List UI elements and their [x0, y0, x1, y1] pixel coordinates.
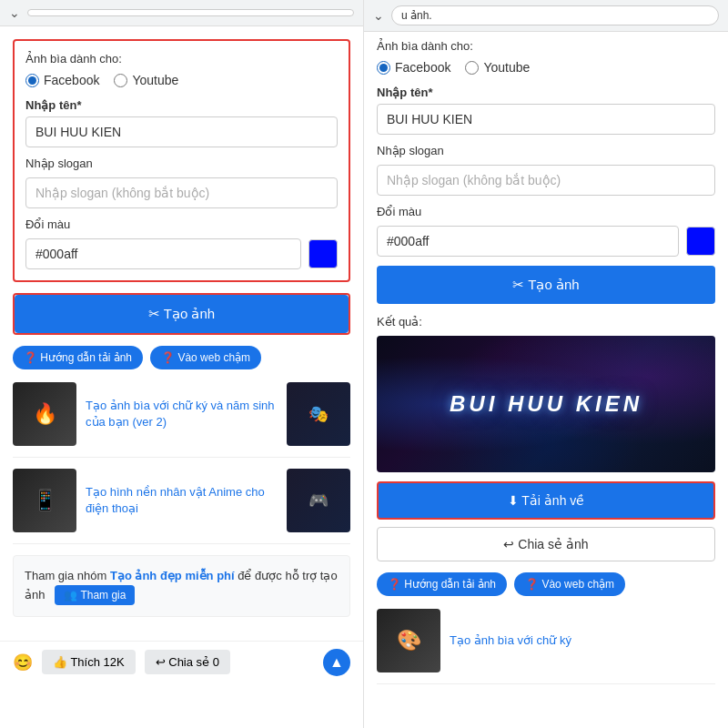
join-button[interactable]: 👥 Tham gia [55, 585, 135, 605]
helper-buttons-left: ❓ Hướng dẫn tải ảnh ❓ Vào web chậm [13, 346, 350, 369]
color-row-right [377, 226, 715, 257]
slogan-label-right: Nhập slogan [377, 144, 715, 157]
color-row-left [25, 238, 338, 269]
like-button[interactable]: 👍 Thích 12K [42, 650, 136, 674]
article-card-1: 🔥 Tạo ảnh bìa với chữ ký và năm sinh của… [13, 382, 350, 458]
result-image: BUI HUU KIEN [377, 336, 715, 472]
create-button-left[interactable]: ✂ Tạo ảnh [15, 295, 349, 333]
article-thumb-2: 📱 [13, 469, 76, 532]
guide-btn-left[interactable]: ❓ Hướng dẫn tải ảnh [13, 346, 143, 369]
section-label-right: Ảnh bìa dành cho: [377, 39, 715, 53]
radio-youtube-left[interactable]: Youtube [114, 73, 178, 87]
community-link[interactable]: Tạo ảnh đẹp miễn phí [110, 569, 235, 582]
browser-bar-left: ⌄ [0, 0, 363, 26]
slogan-input-right[interactable] [377, 165, 715, 196]
emoji-icon[interactable]: 😊 [13, 652, 33, 672]
article-title-1[interactable]: Tạo ảnh bìa với chữ ký và năm sinh của b… [86, 398, 278, 430]
create-button-right[interactable]: ✂ Tạo ảnh [377, 266, 715, 304]
slow-web-btn-left[interactable]: ❓ Vào web chậm [150, 346, 261, 369]
radio-youtube-right[interactable]: Youtube [465, 60, 530, 75]
community-box: Tham gia nhóm Tạo ảnh đẹp miễn phí để đư… [13, 555, 350, 617]
radio-label-youtube-left: Youtube [132, 73, 178, 87]
bottom-bar-left: 😊 👍 Thích 12K ↩ Chia sẻ 0 ▲ [0, 641, 363, 683]
name-label-left: Nhập tên* [25, 98, 338, 112]
name-input-left[interactable] [25, 116, 338, 147]
article-title-right[interactable]: Tạo ảnh bìa với chữ ký [450, 632, 571, 649]
form-box-left: Ảnh bìa dành cho: Facebook Youtube Nhập … [13, 39, 350, 282]
create-btn-box-left: ✂ Tạo ảnh [13, 293, 350, 335]
radio-facebook-left[interactable]: Facebook [25, 73, 99, 87]
share-image-button[interactable]: ↩ Chia sẻ ảnh [377, 527, 715, 561]
left-content: Ảnh bìa dành cho: Facebook Youtube Nhập … [0, 26, 363, 641]
guide-btn-right[interactable]: ❓ Hướng dẫn tải ảnh [377, 572, 507, 596]
radio-group-right: Facebook Youtube [377, 60, 715, 75]
name-label-right: Nhập tên* [377, 86, 715, 99]
color-swatch-right[interactable] [686, 227, 715, 256]
article-thumb-1: 🔥 [13, 382, 76, 446]
radio-label-youtube-right: Youtube [483, 60, 530, 75]
section-label-left: Ảnh bìa dành cho: [25, 52, 338, 66]
color-label-left: Đổi màu [25, 217, 338, 231]
radio-group-left: Facebook Youtube [25, 73, 338, 87]
radio-label-facebook-left: Facebook [44, 73, 99, 87]
result-label: Kết quả: [377, 315, 715, 329]
left-panel: ⌄ Ảnh bìa dành cho: Facebook Youtube Nhậ… [0, 0, 364, 728]
community-text1: Tham gia nhóm [25, 569, 110, 582]
article-thumb-right: 🎨 [377, 609, 440, 672]
article-card-2: 📱 Tạo hình nền nhân vật Anime cho điện t… [13, 469, 350, 544]
radio-label-facebook-right: Facebook [395, 60, 450, 75]
url-bar-left[interactable] [27, 9, 354, 16]
color-label-right: Đổi màu [377, 205, 715, 218]
article-thumb-2b: 🎮 [287, 469, 350, 532]
chevron-left-icon[interactable]: ⌄ [9, 5, 20, 20]
name-input-right[interactable] [377, 104, 715, 135]
helper-buttons-right: ❓ Hướng dẫn tải ảnh ❓ Vào web chậm [377, 572, 715, 596]
chevron-right-icon[interactable]: ⌄ [373, 8, 384, 23]
slow-web-btn-right[interactable]: ❓ Vào web chậm [514, 572, 625, 596]
download-button[interactable]: ⬇ Tải ảnh về [377, 481, 715, 520]
browser-bar-right: ⌄ u ảnh. [364, 0, 728, 32]
slogan-input-left[interactable] [25, 177, 338, 208]
color-swatch-left[interactable] [308, 239, 338, 268]
url-partial-right: u ảnh. [401, 9, 432, 22]
article-title-2[interactable]: Tạo hình nền nhân vật Anime cho điện tho… [86, 484, 278, 517]
slogan-label-left: Nhập slogan [25, 157, 338, 170]
right-panel: ⌄ u ảnh. Ảnh bìa dành cho: Facebook Yout… [364, 0, 728, 728]
radio-facebook-right[interactable]: Facebook [377, 60, 450, 75]
article-thumb-1b: 🎭 [287, 382, 350, 446]
result-text: BUI HUU KIEN [450, 391, 642, 417]
share-button-bottom[interactable]: ↩ Chia sẻ 0 [145, 650, 230, 674]
color-input-right[interactable] [377, 226, 679, 257]
url-bar-right[interactable]: u ảnh. [391, 5, 719, 25]
article-card-right: 🎨 Tạo ảnh bìa với chữ ký [377, 609, 715, 684]
right-content: Ảnh bìa dành cho: Facebook Youtube Nhập … [364, 32, 728, 704]
scroll-top-button[interactable]: ▲ [323, 649, 350, 676]
color-input-left[interactable] [25, 238, 301, 269]
